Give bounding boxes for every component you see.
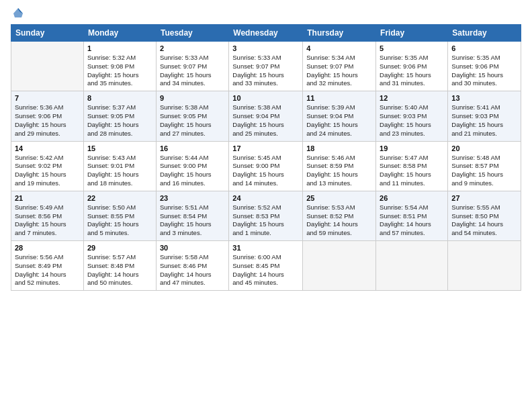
day-number: 27	[451, 194, 517, 202]
day-number: 10	[232, 94, 299, 102]
calendar-cell: 18Sunrise: 5:46 AM Sunset: 8:59 PM Dayli…	[303, 141, 376, 191]
calendar-cell: 1Sunrise: 5:32 AM Sunset: 9:08 PM Daylig…	[83, 42, 156, 91]
day-number: 15	[87, 144, 152, 152]
day-info: Sunrise: 5:50 AM Sunset: 8:55 PM Dayligh…	[87, 203, 152, 238]
day-info: Sunrise: 5:58 AM Sunset: 8:46 PM Dayligh…	[160, 253, 225, 287]
day-info: Sunrise: 5:32 AM Sunset: 9:08 PM Dayligh…	[87, 54, 152, 88]
day-number: 29	[87, 244, 152, 252]
calendar-cell: 29Sunrise: 5:57 AM Sunset: 8:48 PM Dayli…	[83, 241, 156, 291]
day-number: 25	[306, 194, 372, 202]
day-number: 16	[160, 144, 225, 152]
day-number: 20	[451, 144, 517, 152]
calendar-cell: 4Sunrise: 5:34 AM Sunset: 9:07 PM Daylig…	[303, 42, 376, 91]
calendar-week-row: 7Sunrise: 5:36 AM Sunset: 9:06 PM Daylig…	[11, 91, 521, 141]
day-number: 2	[160, 44, 225, 52]
day-info: Sunrise: 5:57 AM Sunset: 8:48 PM Dayligh…	[87, 253, 152, 287]
calendar-cell: 19Sunrise: 5:47 AM Sunset: 8:58 PM Dayli…	[376, 141, 448, 191]
weekday-header-monday: Monday	[83, 25, 156, 42]
day-info: Sunrise: 5:33 AM Sunset: 9:07 PM Dayligh…	[232, 54, 299, 88]
calendar-week-row: 1Sunrise: 5:32 AM Sunset: 9:08 PM Daylig…	[11, 42, 521, 91]
day-number: 24	[232, 194, 299, 202]
calendar-cell: 7Sunrise: 5:36 AM Sunset: 9:06 PM Daylig…	[11, 91, 84, 141]
calendar-cell: 21Sunrise: 5:49 AM Sunset: 8:56 PM Dayli…	[11, 191, 84, 240]
calendar-cell: 12Sunrise: 5:40 AM Sunset: 9:03 PM Dayli…	[376, 91, 448, 141]
day-info: Sunrise: 5:51 AM Sunset: 8:54 PM Dayligh…	[160, 203, 225, 238]
logo-text	[11, 7, 24, 19]
day-number: 31	[232, 244, 299, 252]
day-number: 6	[451, 44, 517, 52]
calendar-cell	[11, 42, 84, 91]
calendar-cell	[303, 241, 376, 291]
calendar-week-row: 21Sunrise: 5:49 AM Sunset: 8:56 PM Dayli…	[11, 191, 521, 240]
day-number: 22	[87, 194, 152, 202]
calendar-cell: 9Sunrise: 5:38 AM Sunset: 9:05 PM Daylig…	[156, 91, 228, 141]
weekday-header-saturday: Saturday	[448, 25, 521, 42]
day-number: 8	[87, 94, 152, 102]
day-number: 28	[15, 244, 80, 252]
calendar-cell: 8Sunrise: 5:37 AM Sunset: 9:05 PM Daylig…	[83, 91, 156, 141]
day-number: 14	[15, 144, 80, 152]
day-info: Sunrise: 5:33 AM Sunset: 9:07 PM Dayligh…	[160, 54, 225, 88]
weekday-header-friday: Friday	[376, 25, 448, 42]
day-info: Sunrise: 5:38 AM Sunset: 9:04 PM Dayligh…	[232, 103, 299, 138]
day-info: Sunrise: 6:00 AM Sunset: 8:45 PM Dayligh…	[232, 253, 299, 287]
calendar-cell: 14Sunrise: 5:42 AM Sunset: 9:02 PM Dayli…	[11, 141, 84, 191]
calendar-cell: 6Sunrise: 5:35 AM Sunset: 9:06 PM Daylig…	[448, 42, 521, 91]
day-number: 5	[380, 44, 444, 52]
day-info: Sunrise: 5:56 AM Sunset: 8:49 PM Dayligh…	[15, 253, 80, 287]
calendar-cell: 20Sunrise: 5:48 AM Sunset: 8:57 PM Dayli…	[448, 141, 521, 191]
calendar-table: SundayMondayTuesdayWednesdayThursdayFrid…	[11, 24, 521, 291]
calendar-cell: 16Sunrise: 5:44 AM Sunset: 9:00 PM Dayli…	[156, 141, 228, 191]
day-number: 18	[306, 144, 372, 152]
day-info: Sunrise: 5:37 AM Sunset: 9:05 PM Dayligh…	[87, 103, 152, 138]
day-info: Sunrise: 5:47 AM Sunset: 8:58 PM Dayligh…	[380, 154, 444, 188]
day-info: Sunrise: 5:38 AM Sunset: 9:05 PM Dayligh…	[160, 103, 225, 138]
calendar-cell: 13Sunrise: 5:41 AM Sunset: 9:03 PM Dayli…	[448, 91, 521, 141]
day-number: 11	[306, 94, 372, 102]
calendar-cell: 2Sunrise: 5:33 AM Sunset: 9:07 PM Daylig…	[156, 42, 228, 91]
day-number: 3	[232, 44, 299, 52]
day-number: 13	[451, 94, 517, 102]
calendar-cell: 3Sunrise: 5:33 AM Sunset: 9:07 PM Daylig…	[229, 42, 303, 91]
day-info: Sunrise: 5:39 AM Sunset: 9:04 PM Dayligh…	[306, 103, 372, 138]
calendar-cell: 28Sunrise: 5:56 AM Sunset: 8:49 PM Dayli…	[11, 241, 84, 291]
calendar-header-row: SundayMondayTuesdayWednesdayThursdayFrid…	[11, 25, 521, 42]
calendar-cell: 23Sunrise: 5:51 AM Sunset: 8:54 PM Dayli…	[156, 191, 228, 240]
calendar-week-row: 28Sunrise: 5:56 AM Sunset: 8:49 PM Dayli…	[11, 241, 521, 291]
calendar-cell: 31Sunrise: 6:00 AM Sunset: 8:45 PM Dayli…	[229, 241, 303, 291]
day-info: Sunrise: 5:52 AM Sunset: 8:53 PM Dayligh…	[232, 203, 299, 238]
day-number: 23	[160, 194, 225, 202]
calendar-cell: 15Sunrise: 5:43 AM Sunset: 9:01 PM Dayli…	[83, 141, 156, 191]
day-number: 30	[160, 244, 225, 252]
calendar-cell: 24Sunrise: 5:52 AM Sunset: 8:53 PM Dayli…	[229, 191, 303, 240]
day-info: Sunrise: 5:34 AM Sunset: 9:07 PM Dayligh…	[306, 54, 372, 88]
day-info: Sunrise: 5:40 AM Sunset: 9:03 PM Dayligh…	[380, 103, 444, 138]
day-info: Sunrise: 5:46 AM Sunset: 8:59 PM Dayligh…	[306, 154, 372, 188]
day-number: 9	[160, 94, 225, 102]
day-number: 19	[380, 144, 444, 152]
day-number: 7	[15, 94, 80, 102]
weekday-header-wednesday: Wednesday	[229, 25, 303, 42]
calendar-cell: 25Sunrise: 5:53 AM Sunset: 8:52 PM Dayli…	[303, 191, 376, 240]
day-info: Sunrise: 5:35 AM Sunset: 9:06 PM Dayligh…	[380, 54, 444, 88]
day-info: Sunrise: 5:42 AM Sunset: 9:02 PM Dayligh…	[15, 154, 80, 188]
calendar-cell: 26Sunrise: 5:54 AM Sunset: 8:51 PM Dayli…	[376, 191, 448, 240]
weekday-header-thursday: Thursday	[303, 25, 376, 42]
day-info: Sunrise: 5:43 AM Sunset: 9:01 PM Dayligh…	[87, 154, 152, 188]
day-info: Sunrise: 5:36 AM Sunset: 9:06 PM Dayligh…	[15, 103, 80, 138]
calendar-cell: 11Sunrise: 5:39 AM Sunset: 9:04 PM Dayli…	[303, 91, 376, 141]
svg-marker-0	[13, 8, 23, 17]
calendar-cell: 17Sunrise: 5:45 AM Sunset: 9:00 PM Dayli…	[229, 141, 303, 191]
day-info: Sunrise: 5:53 AM Sunset: 8:52 PM Dayligh…	[306, 203, 372, 238]
day-info: Sunrise: 5:54 AM Sunset: 8:51 PM Dayligh…	[380, 203, 444, 238]
day-number: 12	[380, 94, 444, 102]
calendar-cell	[448, 241, 521, 291]
calendar-cell: 27Sunrise: 5:55 AM Sunset: 8:50 PM Dayli…	[448, 191, 521, 240]
day-number: 21	[15, 194, 80, 202]
day-info: Sunrise: 5:55 AM Sunset: 8:50 PM Dayligh…	[451, 203, 517, 238]
page: SundayMondayTuesdayWednesdayThursdayFrid…	[0, 0, 532, 411]
weekday-header-sunday: Sunday	[11, 25, 84, 42]
logo-icon	[12, 7, 24, 19]
calendar-cell: 5Sunrise: 5:35 AM Sunset: 9:06 PM Daylig…	[376, 42, 448, 91]
calendar-cell: 30Sunrise: 5:58 AM Sunset: 8:46 PM Dayli…	[156, 241, 228, 291]
